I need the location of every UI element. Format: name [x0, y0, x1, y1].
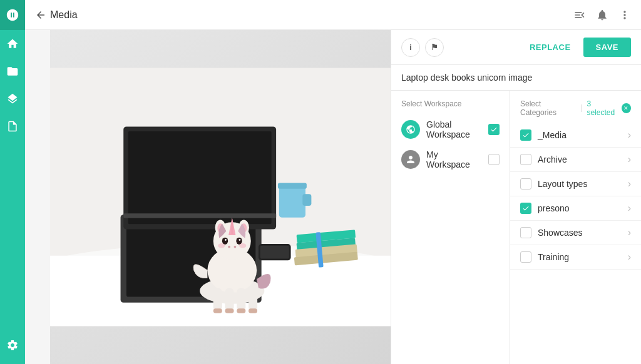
category-item-media[interactable]: _Media ›: [510, 123, 641, 148]
layers-icon: [6, 93, 19, 105]
svg-point-30: [239, 239, 241, 241]
list-icon[interactable]: [573, 9, 586, 21]
svg-rect-36: [225, 288, 234, 311]
back-button[interactable]: Media: [35, 9, 78, 21]
svg-rect-42: [249, 308, 257, 313]
svg-rect-40: [225, 308, 234, 313]
svg-rect-7: [123, 213, 276, 218]
categories-column: Select Categories 3 selected ✕ _Media ›: [510, 91, 641, 364]
svg-rect-17: [260, 246, 289, 259]
my-workspace-avatar: [401, 150, 420, 169]
topbar: Media: [25, 0, 641, 30]
filename-row: Laptop desk books unicorn image: [391, 65, 641, 91]
folder-icon: [6, 65, 19, 78]
svg-rect-39: [213, 308, 222, 313]
logo-icon: [6, 8, 19, 22]
replace-button[interactable]: REPLACE: [522, 39, 578, 56]
category-item-presono[interactable]: presono ›: [510, 196, 641, 221]
sidebar: [0, 0, 25, 364]
info-button[interactable]: i: [401, 38, 420, 57]
sidebar-item-layers[interactable]: [0, 85, 25, 113]
category-item-showcases[interactable]: Showcases ›: [510, 221, 641, 245]
category-item-archive[interactable]: Archive ›: [510, 148, 641, 172]
gear-icon: [6, 339, 19, 351]
presono-check: [520, 203, 531, 214]
category-name-training: Training: [538, 252, 622, 262]
category-name-archive: Archive: [538, 154, 622, 164]
svg-point-34: [234, 246, 237, 248]
svg-point-31: [218, 243, 225, 248]
person-icon: [405, 154, 416, 165]
svg-rect-6: [128, 131, 272, 224]
global-workspace-name: Global Workspace: [426, 119, 482, 139]
global-workspace-check: [488, 124, 500, 135]
svg-rect-37: [237, 288, 245, 311]
workspace-categories: Select Workspace Global Workspace: [391, 91, 641, 364]
flag-button[interactable]: ⚑: [425, 38, 444, 57]
svg-point-32: [239, 243, 246, 248]
main-content: i ⚑ REPLACE SAVE Laptop desk books unico…: [50, 30, 641, 364]
my-workspace-name: My Workspace: [426, 149, 482, 169]
check-icon: [522, 205, 530, 212]
right-panel: i ⚑ REPLACE SAVE Laptop desk books unico…: [391, 30, 641, 364]
svg-point-28: [236, 238, 242, 245]
bell-icon[interactable]: [596, 9, 608, 21]
sidebar-item-folder[interactable]: [0, 58, 25, 85]
archive-chevron: ›: [628, 154, 631, 165]
my-workspace-check: [488, 154, 500, 165]
categories-divider: [581, 104, 582, 112]
svg-point-33: [228, 246, 230, 248]
svg-rect-41: [237, 308, 245, 313]
svg-point-29: [225, 239, 227, 241]
sidebar-item-settings[interactable]: [0, 331, 25, 359]
categories-header: Select Categories 3 selected ✕: [510, 99, 641, 123]
showcases-chevron: ›: [628, 227, 631, 238]
category-name-layout: Layout types: [538, 179, 622, 189]
photo-container: [50, 30, 391, 364]
global-workspace-avatar: [401, 120, 420, 139]
sidebar-item-home[interactable]: [0, 30, 25, 58]
globe-icon: [406, 124, 416, 134]
category-item-layout[interactable]: Layout types ›: [510, 172, 641, 196]
topbar-actions: [573, 9, 631, 21]
media-check: [520, 129, 531, 141]
training-check: [520, 251, 531, 263]
svg-rect-38: [249, 288, 257, 311]
app-logo[interactable]: [0, 0, 25, 30]
selected-count-text: 3 selected: [587, 99, 619, 117]
showcases-check: [520, 227, 531, 238]
more-icon[interactable]: [618, 9, 631, 21]
category-item-training[interactable]: Training ›: [510, 245, 641, 270]
layout-check: [520, 178, 531, 190]
categories-label: Select Categories: [520, 99, 576, 117]
layout-chevron: ›: [628, 178, 631, 190]
back-arrow-icon: [35, 9, 46, 21]
sidebar-item-document[interactable]: [0, 113, 25, 140]
category-name-presono: presono: [538, 203, 622, 213]
workspace-label: Select Workspace: [391, 99, 510, 114]
category-name-showcases: Showcases: [538, 228, 622, 238]
home-icon: [6, 38, 19, 50]
check-icon: [490, 126, 498, 133]
media-chevron: ›: [628, 129, 631, 141]
check-icon: [522, 131, 530, 139]
svg-rect-9: [278, 183, 307, 188]
selected-count: 3 selected ✕: [587, 99, 631, 117]
right-panel-toolbar: i ⚑ REPLACE SAVE: [391, 30, 641, 65]
svg-point-27: [222, 238, 228, 245]
clear-selected-button[interactable]: ✕: [622, 103, 631, 113]
workspace-item-my[interactable]: My Workspace: [391, 144, 510, 174]
svg-rect-10: [302, 194, 311, 206]
workspace-column: Select Workspace Global Workspace: [391, 91, 510, 364]
presono-chevron: ›: [628, 203, 631, 214]
svg-rect-35: [213, 288, 222, 311]
filename-text: Laptop desk books unicorn image: [401, 73, 532, 83]
page-title: Media: [50, 9, 78, 21]
workspace-item-global[interactable]: Global Workspace: [391, 114, 510, 144]
save-button[interactable]: SAVE: [583, 38, 631, 57]
info-label: i: [409, 43, 412, 52]
svg-rect-8: [279, 185, 305, 218]
training-chevron: ›: [628, 251, 631, 263]
image-panel: [50, 30, 391, 364]
archive-check: [520, 154, 531, 165]
